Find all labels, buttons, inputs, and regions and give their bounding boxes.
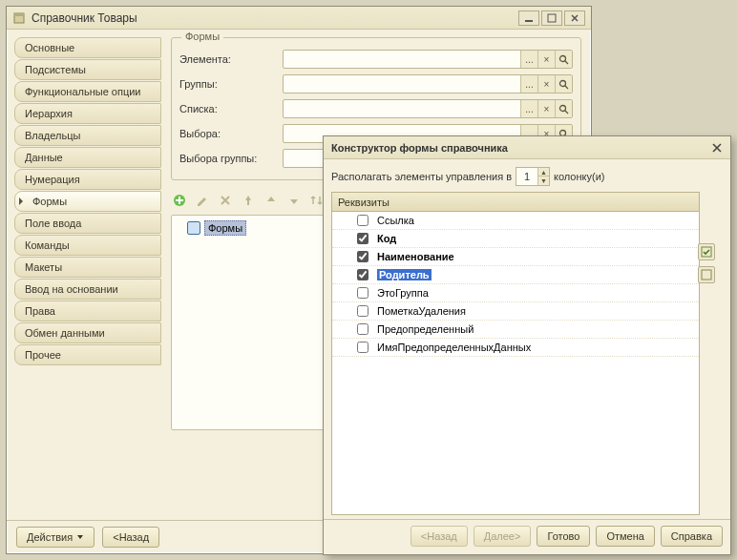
sidebar-item-label: Подсистемы bbox=[25, 64, 86, 75]
sidebar-item[interactable]: Функциональные опции bbox=[14, 81, 161, 102]
dlg-next-button[interactable]: Далее> bbox=[474, 526, 532, 547]
sidebar-item-label: Макеты bbox=[25, 261, 62, 273]
edit-icon[interactable] bbox=[194, 192, 211, 209]
sidebar-item[interactable]: Нумерация bbox=[14, 169, 161, 190]
svg-rect-2 bbox=[525, 20, 533, 22]
sidebar-item-label: Основные bbox=[25, 42, 74, 53]
form-icon bbox=[187, 221, 200, 235]
sidebar-item[interactable]: Подсистемы bbox=[14, 59, 161, 80]
dlg-next-label: Далее> bbox=[484, 530, 521, 542]
requisites-checkbox[interactable] bbox=[357, 215, 368, 226]
add-icon[interactable] bbox=[171, 192, 188, 209]
close-button[interactable] bbox=[564, 10, 585, 26]
ellipsis-icon[interactable]: ... bbox=[520, 100, 537, 117]
move-up-icon[interactable] bbox=[263, 192, 280, 209]
find-icon[interactable] bbox=[240, 192, 257, 209]
spinner-up-icon[interactable]: ▲ bbox=[537, 168, 549, 176]
form-input[interactable]: ...× bbox=[283, 50, 573, 69]
requisites-item[interactable]: Родитель bbox=[332, 266, 699, 284]
dialog-footer: <Назад Далее> Готово Отмена Справка bbox=[324, 519, 730, 554]
sidebar-item[interactable]: Макеты bbox=[14, 257, 161, 278]
forms-group-title: Формы bbox=[181, 31, 223, 42]
layout-row: Располагать элементы управления в 1 ▲ ▼ … bbox=[331, 167, 723, 186]
requisites-checkbox[interactable] bbox=[357, 323, 368, 335]
requisites-label: ПометкаУдаления bbox=[377, 305, 466, 317]
app-icon bbox=[12, 11, 26, 25]
sidebar-item[interactable]: Команды bbox=[14, 235, 161, 256]
form-row: Группы:...× bbox=[179, 73, 573, 95]
search-icon[interactable] bbox=[555, 51, 572, 68]
sidebar-item[interactable]: Поле ввода bbox=[14, 213, 161, 234]
dlg-done-button[interactable]: Готово bbox=[537, 526, 590, 547]
maximize-button[interactable] bbox=[541, 10, 562, 26]
delete-icon[interactable] bbox=[217, 192, 234, 209]
requisites-checkbox[interactable] bbox=[357, 287, 368, 299]
actions-button[interactable]: Действия bbox=[16, 527, 95, 548]
sidebar-item[interactable]: Прочее bbox=[14, 344, 161, 365]
sidebar-item-label: Функциональные опции bbox=[25, 86, 140, 97]
sidebar-item[interactable]: Иерархия bbox=[14, 103, 161, 124]
requisites-item[interactable]: ПометкаУдаления bbox=[332, 302, 699, 321]
sidebar-item[interactable]: Данные bbox=[14, 147, 161, 168]
requisites-checkbox[interactable] bbox=[357, 251, 368, 262]
ellipsis-icon[interactable]: ... bbox=[520, 51, 537, 68]
minimize-button[interactable] bbox=[518, 10, 539, 26]
svg-rect-3 bbox=[548, 14, 556, 22]
dialog-titlebar: Конструктор формы справочника bbox=[324, 136, 730, 159]
requisites-item[interactable]: Предопределенный bbox=[332, 321, 699, 339]
actions-button-label: Действия bbox=[27, 531, 73, 543]
requisites-label: Предопределенный bbox=[377, 323, 474, 335]
ellipsis-icon[interactable]: ... bbox=[520, 75, 537, 93]
clear-icon[interactable]: × bbox=[537, 51, 555, 68]
dlg-back-button[interactable]: <Назад bbox=[411, 526, 468, 547]
layout-prefix: Располагать элементы управления в bbox=[331, 171, 512, 182]
dlg-help-button[interactable]: Справка bbox=[661, 526, 723, 547]
sidebar-item[interactable]: Обмен данными bbox=[14, 322, 161, 343]
requisites-list: СсылкаКодНаименованиеРодительЭтоГруппаПо… bbox=[331, 211, 700, 515]
form-row-label: Элемента: bbox=[179, 53, 283, 65]
requisites-item[interactable]: Наименование bbox=[332, 248, 699, 266]
requisites-label: Код bbox=[377, 233, 396, 244]
svg-point-5 bbox=[560, 80, 566, 86]
search-icon[interactable] bbox=[555, 75, 572, 93]
move-down-icon[interactable] bbox=[285, 192, 303, 209]
dlg-back-label: <Назад bbox=[421, 530, 457, 542]
spinner-down-icon[interactable]: ▼ bbox=[537, 176, 549, 185]
dialog-close-icon[interactable] bbox=[711, 142, 723, 154]
uncheck-all-icon[interactable] bbox=[698, 266, 715, 283]
requisites-label: ИмяПредопределенныхДанных bbox=[377, 342, 531, 353]
requisites-label: Наименование bbox=[377, 251, 454, 262]
clear-icon[interactable]: × bbox=[537, 100, 555, 117]
sidebar-item[interactable]: Формы bbox=[14, 191, 161, 212]
requisites-item[interactable]: Код bbox=[332, 230, 699, 248]
requisites-item[interactable]: ИмяПредопределенныхДанных bbox=[332, 339, 699, 357]
dlg-cancel-button[interactable]: Отмена bbox=[596, 526, 654, 547]
sidebar-item[interactable]: Права bbox=[14, 301, 161, 321]
sidebar-item[interactable]: Основные bbox=[14, 37, 161, 58]
svg-point-4 bbox=[560, 55, 566, 61]
sidebar-item[interactable]: Ввод на основании bbox=[14, 279, 161, 300]
clear-icon[interactable]: × bbox=[537, 75, 555, 93]
check-all-icon[interactable] bbox=[698, 243, 715, 260]
sidebar-item-label: Ввод на основании bbox=[25, 283, 118, 295]
sidebar-item-label: Команды bbox=[25, 239, 70, 251]
back-button[interactable]: <Назад bbox=[102, 527, 159, 548]
requisites-checkbox[interactable] bbox=[357, 233, 368, 244]
requisites-item[interactable]: ЭтоГруппа bbox=[332, 284, 699, 302]
search-icon[interactable] bbox=[555, 100, 572, 117]
tree-root-label: Формы bbox=[204, 220, 246, 236]
form-row-label: Группы: bbox=[179, 78, 283, 90]
dlg-done-label: Готово bbox=[547, 530, 579, 542]
svg-rect-10 bbox=[247, 200, 249, 205]
sidebar-item-label: Данные bbox=[25, 152, 63, 163]
requisites-checkbox[interactable] bbox=[357, 269, 368, 280]
titlebar: Справочник Товары bbox=[7, 7, 591, 30]
requisites-checkbox[interactable] bbox=[357, 342, 368, 353]
requisites-item[interactable]: Ссылка bbox=[332, 212, 699, 230]
form-input[interactable]: ...× bbox=[283, 99, 573, 118]
columns-spinner[interactable]: 1 ▲ ▼ bbox=[516, 167, 550, 186]
dialog-title: Конструктор формы справочника bbox=[331, 142, 508, 154]
requisites-checkbox[interactable] bbox=[357, 305, 368, 317]
sidebar-item[interactable]: Владельцы bbox=[14, 125, 161, 146]
form-input[interactable]: ...× bbox=[283, 74, 573, 93]
